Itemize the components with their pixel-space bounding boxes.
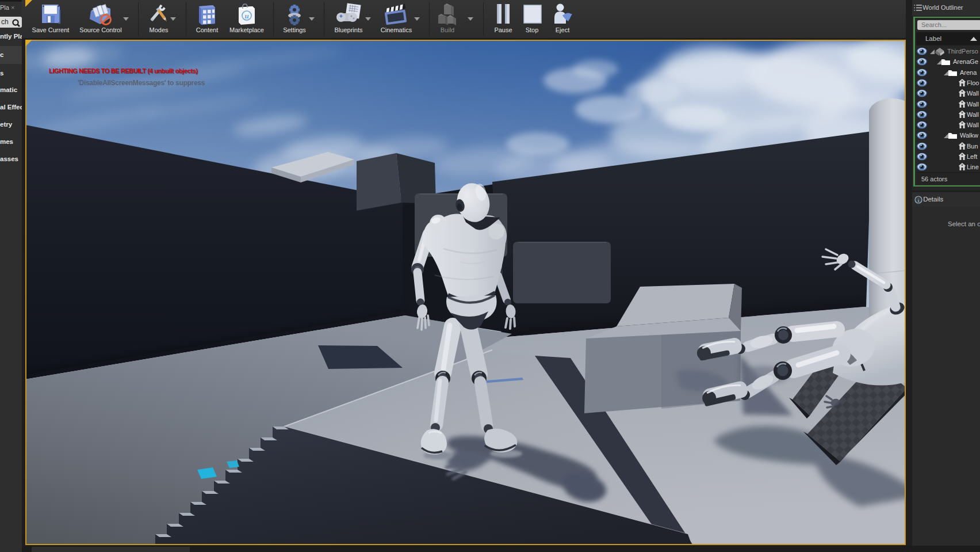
- svg-text:u: u: [244, 12, 248, 20]
